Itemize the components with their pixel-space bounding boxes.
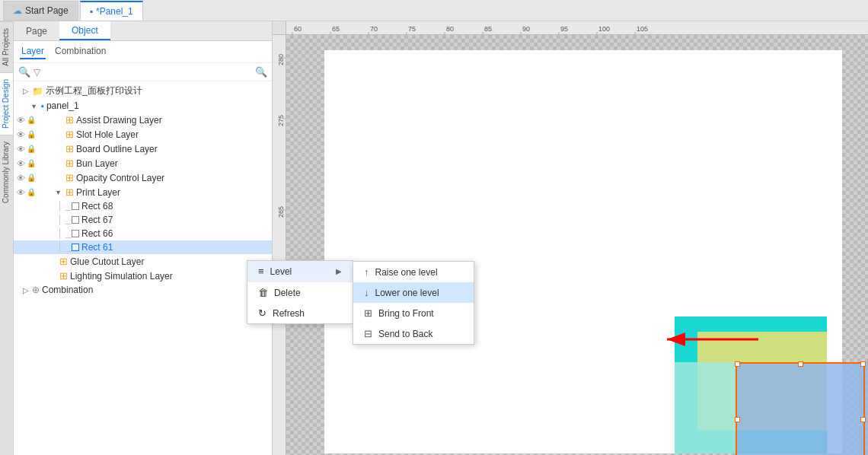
eye-icon[interactable]: 👁 [17,173,25,183]
rect-icon [72,230,79,237]
tree-root[interactable]: ▷ 📁 示例工程_面板打印设计 [14,83,272,99]
eye-icon[interactable]: 👁 [17,145,25,154]
eye-icon[interactable]: 👁 [17,116,25,125]
shape-blue[interactable] [736,362,868,455]
eye-icon[interactable]: 👁 [17,130,25,139]
svg-text:90: 90 [522,25,530,33]
sub-ctx-item-back[interactable]: ⊟ Send to Back [353,323,474,344]
svg-text:275: 275 [277,115,285,126]
lock-icon[interactable]: 🔒 [27,159,36,167]
svg-text:280: 280 [277,54,285,65]
ruler-horizontal: 60 65 70 75 80 85 90 95 100 105 [286,21,868,35]
layer-tree: ▷ 📁 示例工程_面板打印设计 ▾ ▪ panel_1 👁 🔒 [14,81,272,455]
search-submit-icon[interactable]: 🔍 [255,66,267,78]
rect-icon [72,202,79,210]
tab-combination[interactable]: Combination [53,44,107,59]
tree-item-glue[interactable]: ⊞ Glue Cutout Layer [14,254,272,269]
lock-icon[interactable]: 🔒 [27,173,36,182]
panel-icon: ▪ [90,6,93,17]
sub-ctx-item-raise[interactable]: ↑ Raise one level [353,262,474,282]
rect-icon [72,216,79,224]
svg-text:65: 65 [332,25,340,33]
layer-stack-icon: ⊞ [59,256,68,267]
item-label: Combination [42,285,93,295]
tree-item-rect66[interactable]: Rect 66 [14,227,272,240]
svg-text:70: 70 [370,25,378,33]
tree-item-slothole[interactable]: 👁 🔒 ⊞ Slot Hole Layer [14,127,272,142]
ctx-item-level[interactable]: ≡ Level ▶ [247,261,353,282]
svg-text:105: 105 [637,25,648,33]
tree-item-lighting[interactable]: ⊞ Lighting Simulation Layer [14,269,272,283]
layer-stack-icon: ⊞ [65,172,74,183]
layer-stack-icon: ⊞ [65,143,74,154]
tree-item-rect68[interactable]: Rect 68 [14,199,272,213]
expand-icon: ▾ [32,102,41,110]
item-label: Assist Drawing Layer [76,115,162,126]
delete-icon: 🗑 [258,287,268,298]
tree-item-bun[interactable]: 👁 🔒 ⊞ Bun Layer [14,156,272,170]
expand-icon: ▾ [56,188,65,196]
refresh-icon: ↻ [258,307,266,319]
ctx-item-delete[interactable]: 🗑 Delete [247,282,353,303]
tab-start-page[interactable]: ☁ Start Page [3,1,78,21]
layer-stack-icon: ⊞ [65,129,74,140]
tab-layer[interactable]: Layer [20,44,46,59]
combination-icon: ⊕ [32,285,40,295]
tab-object[interactable]: Object [59,21,110,40]
item-label: Rect 61 [81,242,113,253]
canvas-viewport[interactable] [286,35,868,455]
item-label: Rect 67 [81,215,113,225]
tree-item-combination[interactable]: ▷ ⊕ Combination [14,283,272,297]
vertical-tab-all-projects[interactable]: All Projects [0,21,13,72]
svg-text:85: 85 [484,25,492,33]
tree-item-rect61[interactable]: Rect 61 [14,240,272,254]
item-label: Slot Hole Layer [76,129,139,140]
layer-stack-icon: ⊞ [65,114,74,126]
tab-page[interactable]: Page [14,21,59,40]
item-label: Rect 68 [81,201,113,212]
tree-item-board[interactable]: 👁 🔒 ⊞ Board Outline Layer [14,142,272,156]
lock-icon[interactable]: 🔒 [27,188,36,196]
tree-item-assist[interactable]: 👁 🔒 ⊞ Assist Drawing Layer [14,113,272,127]
rect-icon [72,243,79,251]
eye-icon[interactable]: 👁 [17,188,25,197]
cloud-icon: ☁ [13,5,22,16]
svg-text:80: 80 [446,25,454,33]
tree-item-opacity[interactable]: 👁 🔒 ⊞ Opacity Control Layer [14,170,272,185]
folder-icon: 📁 [32,86,43,97]
bring-front-icon: ⊞ [364,307,372,319]
level-icon: ≡ [258,266,264,277]
ruler-vertical: 280 275 265 260 [273,35,286,455]
lock-icon[interactable]: 🔒 [27,116,36,124]
sub-ctx-item-front[interactable]: ⊞ Bring to Front [353,303,474,323]
sub-context-menu: ↑ Raise one level ↓ Lower one level ⊞ Br… [353,261,474,345]
panel-icon: ▪ [41,101,44,110]
tree-item-rect67[interactable]: Rect 67 [14,213,272,227]
vertical-tab-commonly-library[interactable]: Commonly Library [0,135,13,209]
sub-ctx-item-lower[interactable]: ↓ Lower one level [353,282,474,303]
svg-text:95: 95 [560,25,568,33]
layer-stack-icon: ⊞ [65,158,74,169]
expand-icon: ▷ [23,286,32,294]
lock-icon[interactable]: 🔒 [27,145,36,153]
shape-teal[interactable] [675,362,736,453]
tree-item-panel1[interactable]: ▾ ▪ panel_1 [14,99,272,113]
tab-panel[interactable]: ▪ *Panel_1 [80,1,143,21]
filter-icon[interactable]: ▽ [34,67,40,78]
send-back-icon: ⊟ [364,328,372,339]
lock-icon[interactable]: 🔒 [27,130,36,138]
search-icon: 🔍 [18,66,30,78]
item-label: Rect 66 [81,228,113,239]
tree-item-print[interactable]: 👁 🔒 ▾ ⊞ Print Layer [14,185,272,199]
item-label: Lighting Simulation Layer [70,271,173,282]
search-input[interactable] [43,68,252,77]
layer-stack-icon: ⊞ [65,186,74,198]
item-label: Opacity Control Layer [76,173,164,183]
expand-icon: ▷ [23,87,32,95]
eye-icon[interactable]: 👁 [17,159,25,168]
submenu-arrow-icon: ▶ [336,267,342,275]
layer-stack-icon: ⊞ [59,270,68,282]
ctx-item-refresh[interactable]: ↻ Refresh [247,303,353,323]
item-label: Glue Cutout Layer [70,256,144,267]
vertical-tab-project-design[interactable]: Project Design [0,72,13,135]
